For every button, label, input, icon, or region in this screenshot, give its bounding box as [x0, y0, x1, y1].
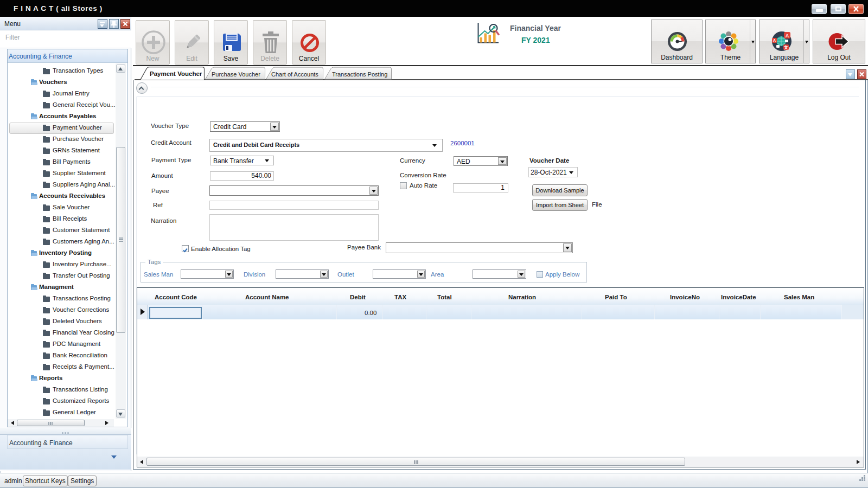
svg-text:文: 文: [783, 45, 788, 50]
svg-text:A: A: [786, 33, 789, 38]
svg-text:A: A: [773, 38, 776, 42]
